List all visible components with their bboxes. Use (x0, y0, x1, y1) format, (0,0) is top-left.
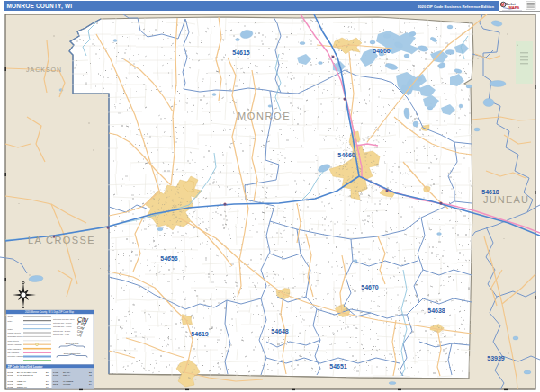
svg-text:ZIP Code: ZIP Code (53, 369, 62, 370)
svg-text:approx 12 kilometers: approx 12 kilometers (64, 352, 81, 354)
svg-text:54648: 54648 (8, 383, 14, 385)
svg-text:US Highways: US Highways (8, 352, 19, 353)
svg-text:54666: 54666 (373, 48, 391, 54)
svg-text:53929: 53929 (53, 383, 59, 385)
svg-text:KENDALL: KENDALL (17, 380, 27, 382)
svg-text:CAMP DOUGLAS: CAMP DOUGLAS (17, 374, 33, 376)
svg-text:NORWALK: NORWALK (17, 386, 27, 388)
svg-text:M: M (501, 3, 505, 7)
svg-text:City: City (77, 334, 82, 337)
svg-text:53929: 53929 (487, 355, 505, 361)
svg-text:54619: 54619 (8, 378, 14, 379)
svg-text:54656: 54656 (160, 255, 178, 262)
svg-text:County Highways: County Highways (8, 343, 22, 345)
svg-text:ZIP Code: ZIP Code (8, 324, 17, 325)
svg-text:Primary Streets: Primary Streets (8, 332, 21, 334)
svg-text:Water: Water (8, 328, 14, 330)
svg-text:TUNNEL CITY: TUNNEL CITY (63, 378, 76, 379)
svg-text:54651: 54651 (329, 363, 347, 370)
svg-text:MONROE: MONROE (238, 111, 291, 121)
svg-text:State Highways: State Highways (8, 348, 21, 350)
svg-text:WARRENS: WARRENS (63, 380, 74, 382)
svg-text:WILTON: WILTON (63, 383, 71, 385)
svg-text:MAPS: MAPS (509, 5, 520, 10)
svg-text:County: County (8, 316, 15, 317)
svg-text:ZIP Name: ZIP Name (63, 369, 73, 370)
svg-text:ZIP Code: ZIP Code (8, 369, 17, 370)
svg-text:54656: 54656 (53, 371, 59, 373)
svg-text:LEON: LEON (17, 383, 22, 385)
svg-text:54618: 54618 (8, 374, 14, 376)
svg-text:54660: 54660 (53, 374, 59, 376)
svg-text:BLACK RIVER FALLS: BLACK RIVER FALLS (17, 371, 37, 373)
svg-text:CASHTON: CASHTON (17, 378, 27, 379)
svg-text:54615: 54615 (8, 371, 14, 373)
svg-text:54670: 54670 (53, 380, 59, 382)
svg-text:Cities are Typed in Size: Cities are Typed in Size (53, 315, 74, 316)
svg-text:JUNEAU: JUNEAU (483, 194, 529, 205)
svg-text:State: State (8, 320, 14, 322)
svg-text:ZIP Name: ZIP Name (17, 369, 27, 370)
svg-text:54615: 54615 (232, 49, 250, 56)
svg-text:approx 7.5 miles: approx 7.5 miles (66, 343, 79, 344)
svg-text:Minor Streets: Minor Streets (8, 340, 19, 342)
svg-text:54651: 54651 (8, 386, 14, 388)
svg-text:54670: 54670 (361, 284, 379, 290)
svg-text:54648: 54648 (271, 328, 289, 334)
svg-text:54660: 54660 (338, 152, 356, 158)
svg-text:Toll Roads: Toll Roads (8, 360, 17, 361)
svg-text:Grid: Grid (46, 369, 50, 370)
svg-text:54638: 54638 (8, 380, 14, 382)
svg-text:TOMAH: TOMAH (63, 374, 70, 376)
svg-text:54638: 54638 (428, 307, 446, 314)
svg-text:54666: 54666 (53, 378, 59, 379)
svg-text:Interstate Highways: Interstate Highways (8, 355, 24, 357)
svg-text:54618: 54618 (482, 189, 500, 195)
svg-text:LA CROSSE: LA CROSSE (28, 235, 95, 245)
svg-text:54619: 54619 (191, 331, 209, 337)
svg-text:SPARTA: SPARTA (63, 371, 71, 373)
svg-text:ZIP Code Index/Grid Locator: ZIP Code Index/Grid Locator (8, 365, 44, 369)
svg-text:JACKSON: JACKSON (26, 67, 62, 73)
svg-text:Secondary Streets: Secondary Streets (8, 335, 23, 337)
svg-text:Grid: Grid (89, 369, 94, 370)
svg-text:City: City (77, 330, 83, 334)
